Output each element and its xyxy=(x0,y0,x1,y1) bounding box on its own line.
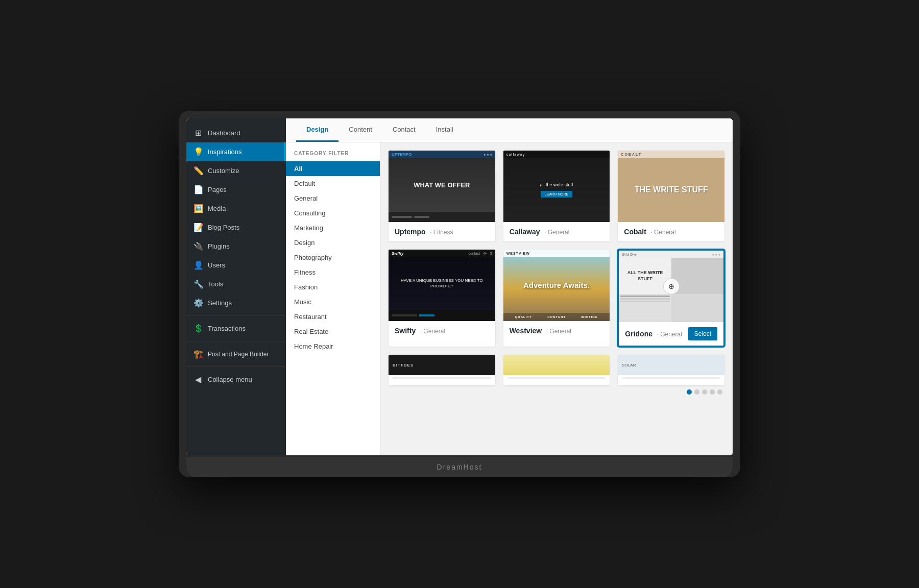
cobalt-nav: COBALT xyxy=(618,151,724,158)
gridone-category: · General xyxy=(657,331,682,338)
pagination-dots xyxy=(389,385,724,399)
swifty-name: Swifty xyxy=(395,327,416,335)
theme-card-uptempo[interactable]: UPTEMPO ● ● ● WHAT WE OFFER xyxy=(389,151,495,241)
gridone-hero: ALL THE WRITE STUFF xyxy=(622,270,668,282)
theme-card-cobalt[interactable]: COBALT THE WRITE STUFF Cobalt xyxy=(618,151,724,241)
sidebar-item-inspirations[interactable]: 💡 Inspirations xyxy=(186,142,286,161)
sidebar-item-collapse[interactable]: ◀ Collapse menu xyxy=(186,370,286,389)
westview-name: Westview xyxy=(510,327,542,335)
transactions-icon: 💲 xyxy=(194,324,203,333)
zoom-overlay: ⊕ xyxy=(663,278,680,295)
partial-card-1[interactable]: BITFDES xyxy=(389,355,495,385)
sidebar-divider-3 xyxy=(186,366,286,367)
swifty-category: · General xyxy=(420,328,445,335)
category-item-fashion[interactable]: Fashion xyxy=(286,280,380,295)
sidebar-divider-2 xyxy=(186,341,286,341)
uptempo-info: Uptempo · Fitness xyxy=(389,222,495,241)
tools-icon: 🔧 xyxy=(194,279,203,289)
category-item-restaurant[interactable]: Restaurant xyxy=(286,309,380,324)
theme-preview-uptempo: UPTEMPO ● ● ● WHAT WE OFFER xyxy=(389,151,495,222)
sidebar-item-customize[interactable]: ✏️ Customize xyxy=(186,161,286,180)
tab-content[interactable]: Content xyxy=(338,118,382,142)
theme-card-westview[interactable]: WESTVIEW Adventure Awaits. QUALITY CONTE… xyxy=(503,250,610,347)
category-item-general[interactable]: General xyxy=(286,191,380,206)
builder-icon: 🏗️ xyxy=(194,349,203,359)
category-item-consulting[interactable]: Consulting xyxy=(286,206,380,220)
pagination-dot-5[interactable] xyxy=(717,389,722,395)
partial-card-3[interactable]: SOLAR xyxy=(618,355,724,385)
callaway-name: Callaway xyxy=(510,228,540,236)
swifty-hero: HAVE A UNIQUE BUSINESS YOU NEED TO PROMO… xyxy=(393,278,491,289)
sidebar-item-blog-posts[interactable]: 📝 Blog Posts xyxy=(186,218,286,237)
sidebar-item-pages[interactable]: 📄 Pages xyxy=(186,180,286,199)
pages-icon: 📄 xyxy=(194,185,203,194)
sidebar-item-transactions[interactable]: 💲 Transactions xyxy=(186,319,286,338)
themes-grid: UPTEMPO ● ● ● WHAT WE OFFER xyxy=(389,151,724,347)
theme-preview-gridone: Grid One ● ● ● ALL THE WRITE STUFF xyxy=(619,251,723,322)
pagination-dot-3[interactable] xyxy=(702,389,707,395)
pagination-dot-2[interactable] xyxy=(694,389,699,395)
sidebar-item-tools[interactable]: 🔧 Tools xyxy=(186,275,286,293)
theme-card-gridone[interactable]: Grid One ● ● ● ALL THE WRITE STUFF xyxy=(618,250,724,347)
category-filter-title: CATEGORY FILTER xyxy=(286,151,380,161)
screen: ⊞ Dashboard 💡 Inspirations ✏️ Customize … xyxy=(186,118,733,455)
sidebar-item-post-page-builder[interactable]: 🏗️ Post and Page Builder xyxy=(186,345,286,363)
theme-preview-callaway: callaway all the write stuff LEARN MORE xyxy=(503,151,610,222)
sidebar-item-plugins[interactable]: 🔌 Plugins xyxy=(186,237,286,256)
callaway-nav: callaway xyxy=(503,151,610,158)
category-item-photography[interactable]: Photography xyxy=(286,250,380,265)
tab-bar: Design Content Contact Install xyxy=(286,118,733,142)
uptempo-name: Uptempo xyxy=(395,228,426,236)
tab-contact[interactable]: Contact xyxy=(382,118,426,142)
theme-preview-cobalt: COBALT THE WRITE STUFF xyxy=(618,151,724,222)
partial-card-2[interactable] xyxy=(503,355,610,385)
pagination-area: BITFDES xyxy=(389,355,724,385)
content-area: CATEGORY FILTER All Default General Cons… xyxy=(286,142,733,455)
westview-info: Westview · General xyxy=(503,321,610,340)
laptop-bottom: DreamHost xyxy=(186,457,733,477)
settings-icon: ⚙️ xyxy=(194,298,203,308)
tab-install[interactable]: Install xyxy=(426,118,464,142)
sidebar-divider xyxy=(186,315,286,316)
sidebar-item-users[interactable]: 👤 Users xyxy=(186,256,286,275)
theme-preview-westview: WESTVIEW Adventure Awaits. QUALITY CONTE… xyxy=(503,250,610,321)
tab-design[interactable]: Design xyxy=(296,118,338,142)
swifty-nav: Swifty contact 4+ 5 xyxy=(389,250,495,257)
category-item-default[interactable]: Default xyxy=(286,176,380,191)
cobalt-hero: THE WRITE STUFF xyxy=(635,185,708,194)
zoom-icon: ⊕ xyxy=(668,282,674,290)
category-panel: CATEGORY FILTER All Default General Cons… xyxy=(286,142,380,455)
pagination-dot-1[interactable] xyxy=(687,389,692,395)
gridone-name: Gridone xyxy=(625,330,652,338)
gridone-nav: Grid One ● ● ● xyxy=(619,251,723,258)
callaway-info: Callaway · General xyxy=(503,222,610,241)
uptempo-nav: UPTEMPO ● ● ● xyxy=(389,151,495,158)
collapse-icon: ◀ xyxy=(194,375,203,384)
sidebar-item-dashboard[interactable]: ⊞ Dashboard xyxy=(186,124,286,142)
plugins-icon: 🔌 xyxy=(194,241,203,251)
sidebar-item-media[interactable]: 🖼️ Media xyxy=(186,199,286,218)
pagination-dot-4[interactable] xyxy=(710,389,715,395)
blog-icon: 📝 xyxy=(194,223,203,232)
category-item-fitness[interactable]: Fitness xyxy=(286,265,380,280)
category-item-all[interactable]: All xyxy=(286,161,380,176)
callaway-category: · General xyxy=(544,229,569,236)
westview-hero: Adventure Awaits. xyxy=(523,281,590,289)
laptop-container: ⊞ Dashboard 💡 Inspirations ✏️ Customize … xyxy=(179,111,740,477)
westview-nav: WESTVIEW xyxy=(503,250,610,257)
category-item-home-repair[interactable]: Home Repair xyxy=(286,339,380,354)
cobalt-category: · General xyxy=(650,229,675,236)
theme-card-callaway[interactable]: callaway all the write stuff LEARN MORE xyxy=(503,151,610,241)
category-item-music[interactable]: Music xyxy=(286,295,380,309)
gridone-info: Gridone · General Select xyxy=(619,322,723,346)
category-item-real-estate[interactable]: Real Estate xyxy=(286,324,380,339)
select-button[interactable]: Select xyxy=(688,327,717,340)
category-item-design[interactable]: Design xyxy=(286,235,380,250)
uptempo-category: · Fitness xyxy=(430,229,453,236)
cobalt-name: Cobalt xyxy=(624,228,646,236)
category-item-marketing[interactable]: Marketing xyxy=(286,220,380,235)
sidebar-item-settings[interactable]: ⚙️ Settings xyxy=(186,293,286,312)
theme-card-swifty[interactable]: Swifty contact 4+ 5 HAVE A UNIQUE BUSINE… xyxy=(389,250,495,347)
customize-icon: ✏️ xyxy=(194,166,203,176)
cobalt-info: Cobalt · General xyxy=(618,222,724,241)
